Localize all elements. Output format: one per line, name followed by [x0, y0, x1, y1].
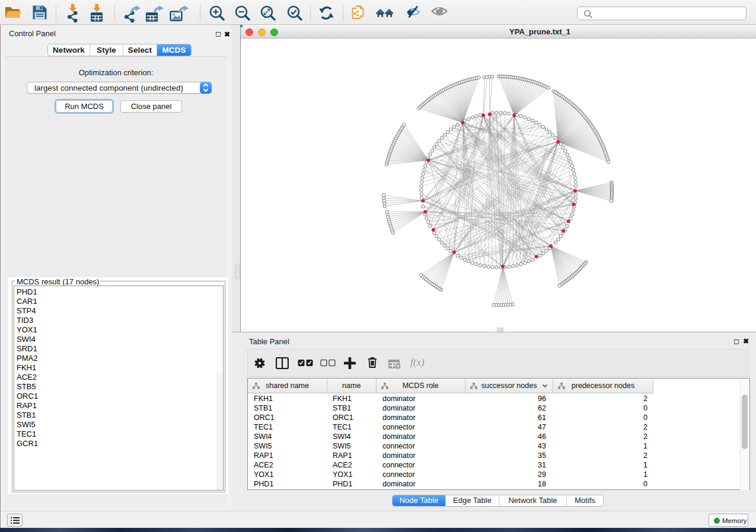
svg-text:f(x): f(x) — [410, 357, 425, 368]
